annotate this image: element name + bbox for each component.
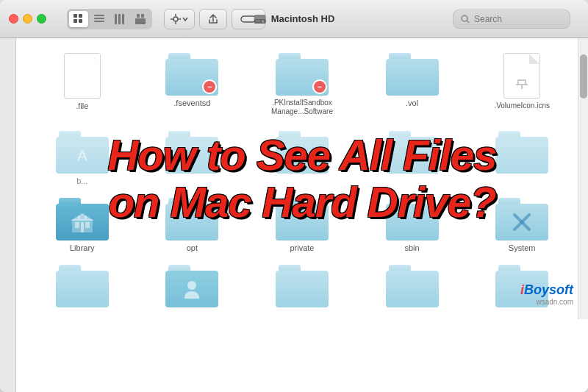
folder-icon xyxy=(56,265,109,307)
file-grid-row1: .file − .fseventsd xyxy=(16,38,588,131)
svg-rect-1 xyxy=(79,14,82,18)
iboysoft-watermark: iBoysoft wsadn.com xyxy=(520,282,573,306)
file-name: .VolumeIcon.icns xyxy=(494,101,550,110)
folder-library-icon xyxy=(56,198,109,240)
search-input[interactable] xyxy=(474,14,562,24)
list-item[interactable]: Library xyxy=(31,198,134,253)
folder-icon xyxy=(276,265,329,307)
minimize-button[interactable] xyxy=(23,14,32,24)
svg-rect-12 xyxy=(141,14,144,18)
library-building-icon xyxy=(71,212,94,232)
file-name: .vol xyxy=(406,99,418,108)
svg-point-36 xyxy=(187,281,196,290)
list-item[interactable]: .file xyxy=(31,53,134,116)
file-grid-row3: Library opt xyxy=(16,198,588,265)
gear-icon xyxy=(171,14,181,24)
folder-icon xyxy=(386,131,439,174)
list-item[interactable]: − .PKInstallSandbox Manage...Software xyxy=(251,53,354,116)
svg-rect-24 xyxy=(256,21,260,21)
list-item[interactable] xyxy=(251,265,354,307)
main-area: .file − .fseventsd xyxy=(0,38,588,392)
svg-rect-0 xyxy=(74,14,77,18)
iboysoft-sub: wsadn.com xyxy=(536,298,573,306)
search-icon xyxy=(461,15,470,24)
file-name: sbin xyxy=(405,243,420,253)
folder-icon: − xyxy=(165,53,218,96)
svg-rect-31 xyxy=(85,222,90,228)
svg-rect-9 xyxy=(122,14,124,24)
search-bar[interactable] xyxy=(453,10,570,29)
list-icon xyxy=(94,14,104,24)
folder-icon xyxy=(165,198,218,240)
list-item[interactable] xyxy=(141,131,244,186)
person-icon xyxy=(182,279,202,299)
file-content-icon xyxy=(514,77,529,92)
column-view-button[interactable] xyxy=(110,11,129,27)
list-item[interactable]: A b... xyxy=(31,131,134,186)
list-item[interactable]: .vol xyxy=(361,53,464,116)
svg-line-20 xyxy=(467,21,469,23)
folder-icon xyxy=(386,265,439,307)
folder-icon: A xyxy=(56,131,109,174)
folder-icon xyxy=(276,198,329,240)
folder-icon xyxy=(495,131,548,174)
gallery-icon xyxy=(135,14,146,24)
action-button[interactable] xyxy=(164,9,195,29)
file-grid-row2: A b... xyxy=(16,131,588,198)
svg-rect-32 xyxy=(78,216,80,219)
list-item[interactable] xyxy=(31,265,134,307)
iboysoft-logo-rest: Boysoft xyxy=(524,282,573,297)
svg-rect-33 xyxy=(85,216,87,219)
file-grid-row4 xyxy=(16,265,588,319)
hard-drive-icon xyxy=(254,13,267,26)
file-icon xyxy=(503,53,540,99)
grid-icon xyxy=(74,14,84,24)
svg-rect-29 xyxy=(75,222,79,228)
list-item[interactable] xyxy=(141,265,244,307)
file-name: .file xyxy=(76,101,88,111)
list-item[interactable]: opt xyxy=(141,198,244,253)
sidebar xyxy=(0,38,16,392)
finder-window: Macintosh HD .file xyxy=(0,0,588,392)
file-name: .PKInstallSandbox Manage...Software xyxy=(269,99,335,116)
vertical-scrollbar[interactable] xyxy=(578,38,588,319)
system-x-icon xyxy=(512,212,532,232)
file-name: private xyxy=(290,243,314,253)
titlebar: Macintosh HD xyxy=(0,0,588,38)
list-item[interactable] xyxy=(470,131,573,186)
restricted-badge: − xyxy=(312,79,327,94)
list-item[interactable]: private xyxy=(251,198,354,253)
svg-rect-22 xyxy=(254,19,266,24)
file-name: Library xyxy=(70,243,95,253)
list-item[interactable]: sbin xyxy=(361,198,464,253)
share-button[interactable] xyxy=(199,9,227,29)
svg-rect-8 xyxy=(118,14,121,24)
list-view-button[interactable] xyxy=(90,11,109,27)
svg-rect-30 xyxy=(81,222,84,232)
list-item[interactable]: − .fseventsd xyxy=(141,53,244,116)
svg-rect-5 xyxy=(94,18,104,19)
icon-view-button[interactable] xyxy=(69,11,88,27)
list-item[interactable]: .VolumeIcon.icns xyxy=(470,53,573,116)
gallery-view-button[interactable] xyxy=(131,11,150,27)
folder-person-icon xyxy=(165,265,218,307)
folder-body: − xyxy=(165,59,218,96)
close-button[interactable] xyxy=(9,14,18,24)
scrollbar-thumb[interactable] xyxy=(580,54,587,99)
iboysoft-logo: iBoysoft xyxy=(520,282,573,298)
folder-icon xyxy=(386,198,439,240)
window-title: Macintosh HD xyxy=(254,13,335,26)
folder-icon xyxy=(165,131,218,174)
list-item[interactable] xyxy=(361,131,464,186)
svg-rect-7 xyxy=(115,14,117,24)
list-item[interactable] xyxy=(361,265,464,307)
list-item[interactable] xyxy=(251,131,354,186)
svg-point-13 xyxy=(173,17,178,21)
maximize-button[interactable] xyxy=(37,14,46,24)
folder-icon xyxy=(386,53,439,96)
list-item[interactable]: System xyxy=(470,198,573,253)
folder-icon: − xyxy=(276,53,329,96)
columns-icon xyxy=(115,14,125,24)
svg-point-23 xyxy=(262,20,264,22)
svg-rect-3 xyxy=(79,19,82,23)
